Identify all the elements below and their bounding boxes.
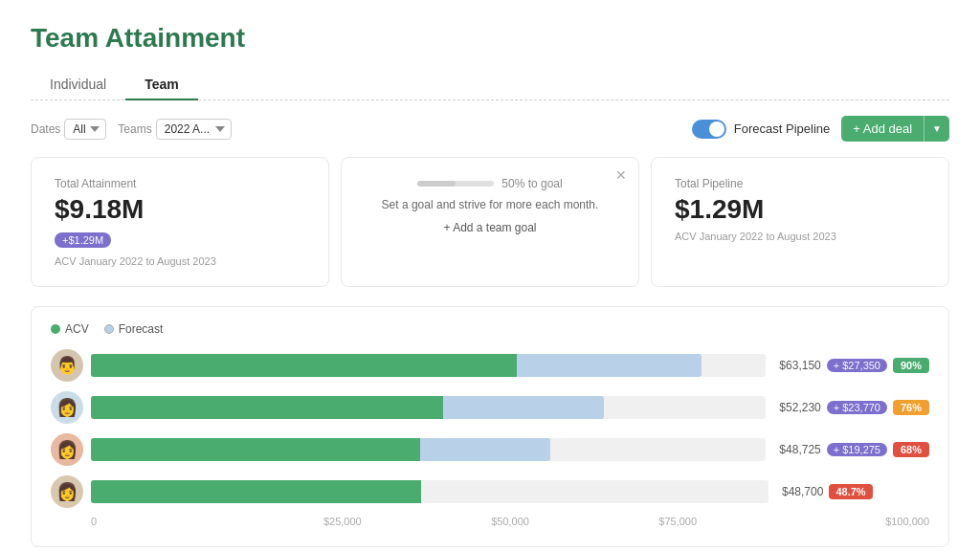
forecast-legend-dot [104,324,114,334]
x-axis: 0$25,000$50,000$75,000$100,000 [51,516,929,527]
bar-acv-value: $63,150 [779,359,820,372]
teams-select[interactable]: 2022 A... [156,119,232,140]
bar-forecast-fill [420,438,550,461]
add-deal-caret-icon[interactable]: ▼ [924,118,949,140]
avatar: 👩 [51,391,83,424]
add-deal-main-label: + Add deal [841,116,924,142]
add-deal-button[interactable]: + Add deal ▼ [841,116,949,142]
page-title: Team Attainment [31,23,949,54]
bar-track [91,354,766,377]
legend-forecast: Forecast [104,322,164,336]
bar-extra-value: + $23,770 [827,401,887,414]
goal-card: ✕ 50% to goal Set a goal and strive for … [341,157,639,287]
bar-row-right: $48,700 48.7% [776,484,929,499]
bar-row: 👨 $63,150 + $27,350 90% [51,349,929,382]
goal-card-close-icon[interactable]: ✕ [615,167,627,183]
bar-row: 👩 $48,725 + $19,275 68% [51,433,929,466]
filters-row: Dates All Teams 2022 A... Forecast Pipel… [31,116,949,142]
cards-row: Total Attainment $9.18M +$1.29M ACV Janu… [31,157,949,287]
total-pipeline-value: $1.29M [675,194,925,225]
legend-acv: ACV [51,322,89,336]
bar-acv-value: $48,725 [779,443,820,456]
teams-label: Teams [118,122,151,136]
bar-track [91,480,768,503]
total-attainment-badge: +$1.29M [55,232,111,248]
avatar: 👨 [51,349,83,382]
bar-rows-container: 👨 $63,150 + $27,350 90% 👩 $52,230 + $23,… [51,349,929,508]
goal-description: Set a goal and strive for more each mont… [365,198,615,211]
bar-acv-value: $48,700 [782,485,823,498]
bar-forecast-fill [443,396,604,419]
bar-row-right: $52,230 + $23,770 76% [773,400,929,415]
x-axis-label: $50,000 [426,516,593,527]
bar-row-right: $48,725 + $19,275 68% [773,442,929,457]
forecast-pipeline-label: Forecast Pipeline [734,121,830,136]
goal-pct-text: 50% to goal [501,177,562,190]
chart-section: ACV Forecast 👨 $63,150 + $27,350 90% 👩 $… [31,306,949,547]
x-axis-label: $25,000 [258,516,426,527]
x-axis-label: $75,000 [594,516,762,527]
tabs-bar: Individual Team [31,69,949,100]
bar-pct-badge: 76% [893,400,929,415]
bar-acv-value: $52,230 [779,401,820,414]
bar-pct-badge: 90% [893,358,929,373]
total-attainment-card: Total Attainment $9.18M +$1.29M ACV Janu… [31,157,329,287]
total-attainment-label: Total Attainment [55,177,305,190]
dates-label: Dates [31,122,60,136]
dates-select[interactable]: All [64,119,106,140]
bar-row: 👩 $52,230 + $23,770 76% [51,391,929,424]
page-wrapper: Team Attainment Individual Team Dates Al… [0,0,980,551]
total-pipeline-card: Total Pipeline $1.29M ACV January 2022 t… [651,157,949,287]
total-attainment-value: $9.18M [55,194,305,225]
teams-filter-group: Teams 2022 A... [118,119,231,140]
bar-acv-fill [91,438,420,461]
x-axis-label: $100,000 [762,516,929,527]
goal-bar-container: 50% to goal [365,177,615,190]
acv-legend-dot [51,324,60,334]
add-team-goal-link[interactable]: + Add a team goal [365,221,615,234]
bar-forecast-fill [517,354,702,377]
tab-team[interactable]: Team [125,69,198,99]
bar-extra-value: + $19,275 [827,443,887,456]
x-axis-label: 0 [91,516,258,527]
total-pipeline-sub: ACV January 2022 to August 2023 [675,231,925,242]
forecast-pipeline-toggle[interactable] [692,120,726,139]
total-attainment-sub: ACV January 2022 to August 2023 [55,255,305,267]
bar-track [91,438,766,461]
bar-acv-fill [91,396,443,419]
goal-bar-track [417,181,494,187]
forecast-legend-label: Forecast [119,322,164,336]
goal-bar-fill [417,181,456,187]
tab-individual[interactable]: Individual [31,69,125,99]
bar-row: 👩 $48,700 48.7% [51,475,929,508]
forecast-toggle-group: Forecast Pipeline [692,120,830,139]
bar-row-right: $63,150 + $27,350 90% [773,358,929,373]
dates-filter-group: Dates All [31,119,106,140]
bar-pct-badge: 48.7% [829,484,872,499]
avatar: 👩 [51,433,83,466]
chart-legend: ACV Forecast [51,322,929,336]
acv-legend-label: ACV [65,322,89,336]
bar-track [91,396,766,419]
bar-acv-fill [91,354,517,377]
bar-extra-value: + $27,350 [827,359,887,372]
total-pipeline-label: Total Pipeline [675,177,925,190]
bar-acv-fill [91,480,421,503]
bar-pct-badge: 68% [893,442,929,457]
avatar: 👩 [51,475,83,508]
